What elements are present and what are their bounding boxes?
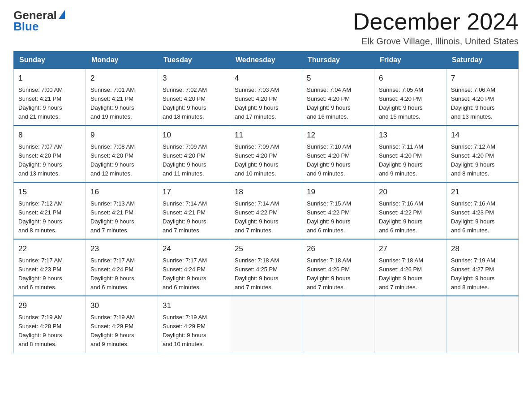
- day-number: 24: [163, 243, 225, 255]
- day-info: Sunrise: 7:06 AMSunset: 4:20 PMDaylight:…: [451, 86, 495, 120]
- table-row: [446, 296, 519, 353]
- table-row: 24Sunrise: 7:17 AMSunset: 4:24 PMDayligh…: [158, 239, 230, 296]
- table-row: 17Sunrise: 7:14 AMSunset: 4:21 PMDayligh…: [158, 182, 230, 239]
- table-row: 8Sunrise: 7:07 AMSunset: 4:20 PMDaylight…: [14, 125, 86, 182]
- table-row: [374, 296, 446, 353]
- day-info: Sunrise: 7:16 AMSunset: 4:23 PMDaylight:…: [451, 200, 495, 234]
- day-number: 8: [18, 129, 81, 141]
- month-title: December 2024: [353, 9, 519, 34]
- day-number: 11: [235, 129, 297, 141]
- table-row: 16Sunrise: 7:13 AMSunset: 4:21 PMDayligh…: [86, 182, 158, 239]
- table-row: 23Sunrise: 7:17 AMSunset: 4:24 PMDayligh…: [86, 239, 158, 296]
- day-number: 22: [18, 243, 81, 255]
- table-row: 5Sunrise: 7:04 AMSunset: 4:20 PMDaylight…: [302, 69, 374, 126]
- day-info: Sunrise: 7:12 AMSunset: 4:20 PMDaylight:…: [451, 143, 495, 177]
- table-row: 25Sunrise: 7:18 AMSunset: 4:25 PMDayligh…: [230, 239, 302, 296]
- logo: General Blue: [13, 9, 65, 33]
- day-number: 25: [235, 243, 297, 255]
- table-row: 4Sunrise: 7:03 AMSunset: 4:20 PMDaylight…: [230, 69, 302, 126]
- day-number: 2: [90, 73, 153, 84]
- table-row: 19Sunrise: 7:15 AMSunset: 4:22 PMDayligh…: [302, 182, 374, 239]
- table-row: 14Sunrise: 7:12 AMSunset: 4:20 PMDayligh…: [446, 125, 519, 182]
- table-row: 29Sunrise: 7:19 AMSunset: 4:28 PMDayligh…: [14, 296, 86, 353]
- table-row: 31Sunrise: 7:19 AMSunset: 4:29 PMDayligh…: [158, 296, 230, 353]
- day-number: 26: [307, 243, 369, 255]
- day-info: Sunrise: 7:17 AMSunset: 4:24 PMDaylight:…: [163, 257, 207, 291]
- day-number: 3: [163, 73, 225, 84]
- day-number: 1: [18, 73, 81, 84]
- day-number: 31: [163, 300, 225, 312]
- day-info: Sunrise: 7:19 AMSunset: 4:27 PMDaylight:…: [451, 257, 495, 291]
- header-area: General Blue December 2024 Elk Grove Vil…: [13, 9, 519, 47]
- day-info: Sunrise: 7:19 AMSunset: 4:29 PMDaylight:…: [163, 314, 207, 347]
- day-info: Sunrise: 7:19 AMSunset: 4:29 PMDaylight:…: [90, 314, 135, 347]
- day-number: 27: [379, 243, 442, 255]
- day-info: Sunrise: 7:14 AMSunset: 4:22 PMDaylight:…: [235, 200, 279, 234]
- day-info: Sunrise: 7:09 AMSunset: 4:20 PMDaylight:…: [163, 143, 207, 177]
- day-info: Sunrise: 7:08 AMSunset: 4:20 PMDaylight:…: [90, 143, 135, 177]
- logo-blue-text: Blue: [13, 20, 39, 33]
- table-row: 3Sunrise: 7:02 AMSunset: 4:20 PMDaylight…: [158, 69, 230, 126]
- table-row: 1Sunrise: 7:00 AMSunset: 4:21 PMDaylight…: [14, 69, 86, 126]
- day-number: 17: [163, 186, 225, 198]
- day-number: 13: [379, 129, 442, 141]
- day-number: 30: [90, 300, 153, 312]
- day-number: 28: [451, 243, 514, 255]
- day-number: 29: [18, 300, 81, 312]
- col-friday: Friday: [374, 51, 446, 69]
- table-row: 13Sunrise: 7:11 AMSunset: 4:20 PMDayligh…: [374, 125, 446, 182]
- table-row: 6Sunrise: 7:05 AMSunset: 4:20 PMDaylight…: [374, 69, 446, 126]
- day-info: Sunrise: 7:16 AMSunset: 4:22 PMDaylight:…: [379, 200, 423, 234]
- calendar-week-row: 8Sunrise: 7:07 AMSunset: 4:20 PMDaylight…: [14, 125, 519, 182]
- day-info: Sunrise: 7:18 AMSunset: 4:25 PMDaylight:…: [235, 257, 279, 291]
- table-row: 10Sunrise: 7:09 AMSunset: 4:20 PMDayligh…: [158, 125, 230, 182]
- col-saturday: Saturday: [446, 51, 519, 69]
- table-row: 9Sunrise: 7:08 AMSunset: 4:20 PMDaylight…: [86, 125, 158, 182]
- day-number: 4: [235, 73, 297, 84]
- col-monday: Monday: [86, 51, 158, 69]
- day-info: Sunrise: 7:02 AMSunset: 4:20 PMDaylight:…: [163, 86, 207, 120]
- day-number: 19: [307, 186, 369, 198]
- day-number: 7: [451, 73, 514, 84]
- day-info: Sunrise: 7:18 AMSunset: 4:26 PMDaylight:…: [379, 257, 423, 291]
- table-row: 30Sunrise: 7:19 AMSunset: 4:29 PMDayligh…: [86, 296, 158, 353]
- day-info: Sunrise: 7:13 AMSunset: 4:21 PMDaylight:…: [90, 200, 135, 234]
- calendar-header-row: Sunday Monday Tuesday Wednesday Thursday…: [14, 51, 519, 69]
- location-subtitle: Elk Grove Village, Illinois, United Stat…: [353, 36, 519, 47]
- table-row: 15Sunrise: 7:12 AMSunset: 4:21 PMDayligh…: [14, 182, 86, 239]
- table-row: [302, 296, 374, 353]
- calendar-week-row: 29Sunrise: 7:19 AMSunset: 4:28 PMDayligh…: [14, 296, 519, 353]
- table-row: 21Sunrise: 7:16 AMSunset: 4:23 PMDayligh…: [446, 182, 519, 239]
- day-number: 16: [90, 186, 153, 198]
- table-row: 7Sunrise: 7:06 AMSunset: 4:20 PMDaylight…: [446, 69, 519, 126]
- col-thursday: Thursday: [302, 51, 374, 69]
- day-info: Sunrise: 7:17 AMSunset: 4:23 PMDaylight:…: [18, 257, 63, 291]
- day-info: Sunrise: 7:04 AMSunset: 4:20 PMDaylight:…: [307, 86, 351, 120]
- title-area: December 2024 Elk Grove Village, Illinoi…: [353, 9, 519, 47]
- day-number: 5: [307, 73, 369, 84]
- day-info: Sunrise: 7:00 AMSunset: 4:21 PMDaylight:…: [18, 86, 63, 120]
- day-info: Sunrise: 7:03 AMSunset: 4:20 PMDaylight:…: [235, 86, 279, 120]
- logo-triangle-icon: [59, 10, 65, 19]
- day-number: 23: [90, 243, 153, 255]
- day-info: Sunrise: 7:07 AMSunset: 4:20 PMDaylight:…: [18, 143, 63, 177]
- day-number: 21: [451, 186, 514, 198]
- table-row: 18Sunrise: 7:14 AMSunset: 4:22 PMDayligh…: [230, 182, 302, 239]
- day-info: Sunrise: 7:12 AMSunset: 4:21 PMDaylight:…: [18, 200, 63, 234]
- table-row: 28Sunrise: 7:19 AMSunset: 4:27 PMDayligh…: [446, 239, 519, 296]
- day-number: 14: [451, 129, 514, 141]
- day-info: Sunrise: 7:14 AMSunset: 4:21 PMDaylight:…: [163, 200, 207, 234]
- day-number: 15: [18, 186, 81, 198]
- day-info: Sunrise: 7:18 AMSunset: 4:26 PMDaylight:…: [307, 257, 351, 291]
- calendar-week-row: 15Sunrise: 7:12 AMSunset: 4:21 PMDayligh…: [14, 182, 519, 239]
- table-row: 27Sunrise: 7:18 AMSunset: 4:26 PMDayligh…: [374, 239, 446, 296]
- table-row: 20Sunrise: 7:16 AMSunset: 4:22 PMDayligh…: [374, 182, 446, 239]
- table-row: 26Sunrise: 7:18 AMSunset: 4:26 PMDayligh…: [302, 239, 374, 296]
- day-number: 9: [90, 129, 153, 141]
- day-info: Sunrise: 7:19 AMSunset: 4:28 PMDaylight:…: [18, 314, 63, 347]
- table-row: 22Sunrise: 7:17 AMSunset: 4:23 PMDayligh…: [14, 239, 86, 296]
- day-number: 6: [379, 73, 442, 84]
- day-info: Sunrise: 7:09 AMSunset: 4:20 PMDaylight:…: [235, 143, 279, 177]
- day-info: Sunrise: 7:17 AMSunset: 4:24 PMDaylight:…: [90, 257, 135, 291]
- day-info: Sunrise: 7:05 AMSunset: 4:20 PMDaylight:…: [379, 86, 423, 120]
